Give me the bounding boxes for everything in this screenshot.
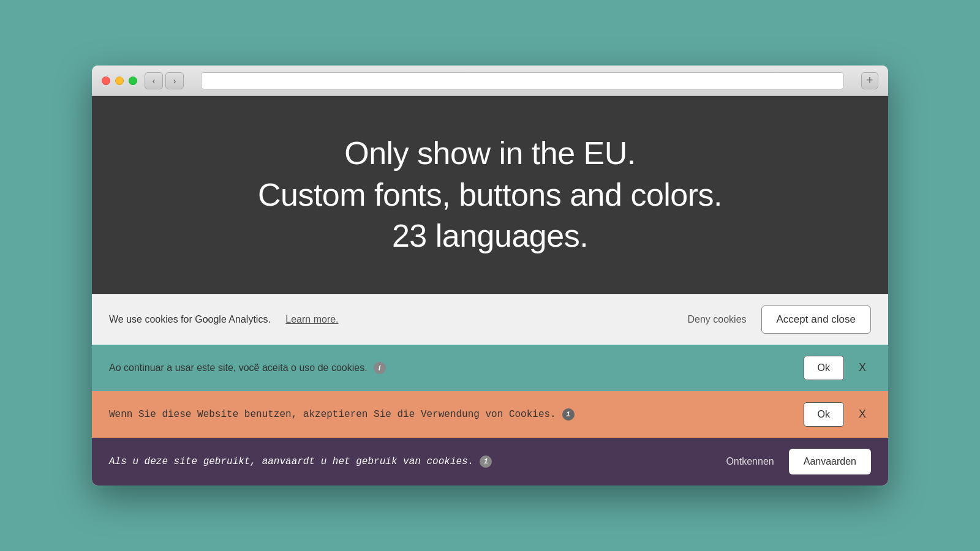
- hero-section: Only show in the EU. Custom fonts, butto…: [92, 96, 888, 294]
- banner4-text: Als u deze site gebruikt, aanvaardt u he…: [109, 456, 473, 467]
- forward-button[interactable]: ›: [165, 72, 184, 89]
- cookie-banner-3: Wenn Sie diese Website benutzen, akzepti…: [92, 391, 888, 438]
- banner1-text: We use cookies for Google Analytics. Lea…: [109, 314, 670, 325]
- cookie-banner-4: Als u deze site gebruikt, aanvaardt u he…: [92, 438, 888, 485]
- browser-titlebar: ‹ › +: [92, 66, 888, 96]
- maximize-window-button[interactable]: [129, 77, 137, 85]
- banner3-ok-button[interactable]: Ok: [804, 402, 844, 427]
- banner3-text: Wenn Sie diese Website benutzen, akzepti…: [109, 409, 556, 420]
- banner3-text-container: Wenn Sie diese Website benutzen, akzepti…: [109, 408, 791, 421]
- banner1-accept-button[interactable]: Accept and close: [761, 305, 871, 334]
- banner3-actions: Ok X: [804, 402, 871, 427]
- banner1-learn-more-link[interactable]: Learn more.: [285, 314, 338, 325]
- address-bar[interactable]: [201, 72, 844, 89]
- banner2-actions: Ok X: [804, 356, 871, 380]
- banner3-info-icon[interactable]: i: [562, 408, 575, 421]
- hero-line3: 23 languages.: [392, 218, 588, 253]
- banner3-close-button[interactable]: X: [854, 405, 871, 423]
- hero-line2: Custom fonts, buttons and colors.: [258, 177, 722, 212]
- traffic-lights: [102, 77, 137, 85]
- back-button[interactable]: ‹: [145, 72, 163, 89]
- close-window-button[interactable]: [102, 77, 110, 85]
- banner2-info-icon[interactable]: i: [374, 362, 386, 374]
- banner4-accept-button[interactable]: Aanvaarden: [789, 449, 871, 474]
- banner1-text-before-link: We use cookies for Google Analytics.: [109, 314, 271, 325]
- banner4-deny-button[interactable]: Ontkennen: [721, 454, 778, 470]
- new-tab-button[interactable]: +: [861, 72, 878, 89]
- hero-text: Only show in the EU. Custom fonts, butto…: [258, 133, 722, 257]
- nav-buttons: ‹ ›: [145, 72, 184, 89]
- banner2-text: Ao continuar a usar este site, você acei…: [109, 362, 368, 373]
- banner4-text-container: Als u deze site gebruikt, aanvaardt u he…: [109, 455, 709, 468]
- banner1-deny-button[interactable]: Deny cookies: [682, 312, 751, 328]
- hero-line1: Only show in the EU.: [344, 135, 636, 171]
- banner4-actions: Ontkennen Aanvaarden: [721, 449, 871, 474]
- banner4-info-icon[interactable]: i: [480, 455, 492, 468]
- minimize-window-button[interactable]: [115, 77, 124, 85]
- banner2-close-button[interactable]: X: [854, 359, 871, 377]
- banner2-ok-button[interactable]: Ok: [804, 356, 844, 380]
- cookie-banner-1: We use cookies for Google Analytics. Lea…: [92, 294, 888, 345]
- banner1-actions: Deny cookies Accept and close: [682, 305, 871, 334]
- banner2-text-container: Ao continuar a usar este site, você acei…: [109, 362, 791, 374]
- cookie-banner-2: Ao continuar a usar este site, você acei…: [92, 345, 888, 391]
- browser-window: ‹ › + Only show in the EU. Custom fonts,…: [92, 66, 888, 485]
